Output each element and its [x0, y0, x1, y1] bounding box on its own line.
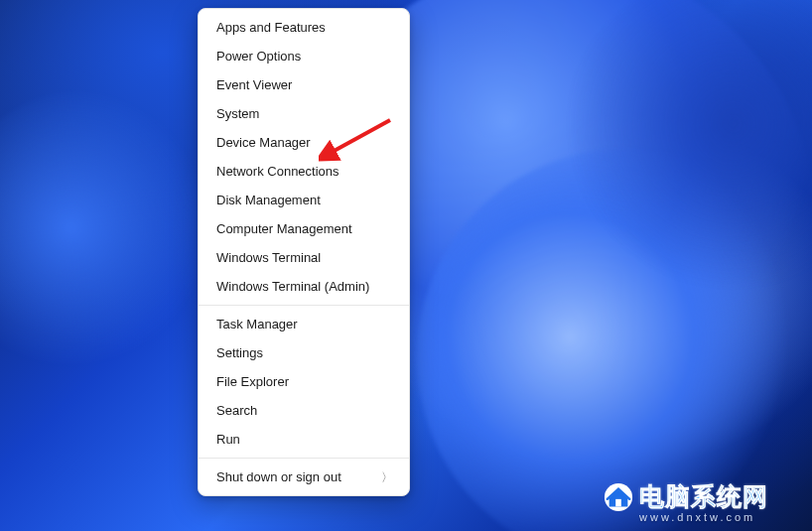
menu-item-run[interactable]: Run [199, 425, 409, 454]
chevron-right-icon: 〉 [381, 471, 393, 483]
menu-item-apps-and-features[interactable]: Apps and Features [199, 13, 409, 42]
menu-separator [199, 458, 409, 459]
menu-item-label: System [216, 106, 259, 121]
winx-context-menu: Apps and Features Power Options Event Vi… [198, 8, 410, 496]
menu-item-power-options[interactable]: Power Options [199, 42, 409, 70]
menu-item-task-manager[interactable]: Task Manager [199, 310, 409, 338]
watermark-title: 电脑系统网 [639, 480, 768, 513]
menu-item-label: Power Options [216, 49, 301, 64]
menu-item-windows-terminal-admin[interactable]: Windows Terminal (Admin) [199, 272, 409, 301]
menu-item-windows-terminal[interactable]: Windows Terminal [199, 243, 409, 272]
menu-item-label: Search [216, 403, 257, 418]
house-icon [604, 482, 633, 512]
menu-item-disk-management[interactable]: Disk Management [199, 186, 409, 214]
menu-separator [199, 305, 409, 306]
menu-item-label: Event Viewer [216, 77, 292, 92]
svg-rect-2 [615, 498, 621, 506]
menu-item-label: Device Manager [216, 135, 311, 150]
menu-item-event-viewer[interactable]: Event Viewer [199, 70, 409, 99]
menu-item-computer-management[interactable]: Computer Management [199, 214, 409, 243]
menu-item-label: Run [216, 432, 240, 447]
menu-item-label: Disk Management [216, 193, 321, 207]
desktop-wallpaper: Apps and Features Power Options Event Vi… [0, 0, 812, 531]
menu-item-search[interactable]: Search [199, 396, 409, 425]
menu-item-label: Apps and Features [216, 20, 326, 35]
menu-item-shut-down-or-sign-out[interactable]: Shut down or sign out 〉 [199, 463, 409, 491]
menu-item-system[interactable]: System [199, 99, 409, 128]
watermark-url: www.dnxtw.com [639, 511, 802, 523]
menu-item-label: Computer Management [216, 221, 352, 236]
menu-item-file-explorer[interactable]: File Explorer [199, 367, 409, 396]
menu-item-network-connections[interactable]: Network Connections [199, 157, 409, 186]
menu-item-label: File Explorer [216, 374, 289, 389]
menu-item-label: Shut down or sign out [216, 469, 341, 484]
menu-item-device-manager[interactable]: Device Manager [199, 128, 409, 157]
menu-item-label: Settings [216, 345, 263, 360]
menu-item-label: Network Connections [216, 164, 339, 179]
menu-item-label: Windows Terminal [216, 250, 321, 265]
menu-item-label: Windows Terminal (Admin) [216, 279, 369, 294]
menu-item-label: Task Manager [216, 317, 298, 332]
menu-item-settings[interactable]: Settings [199, 338, 409, 367]
watermark: 电脑系统网 www.dnxtw.com [604, 480, 802, 523]
